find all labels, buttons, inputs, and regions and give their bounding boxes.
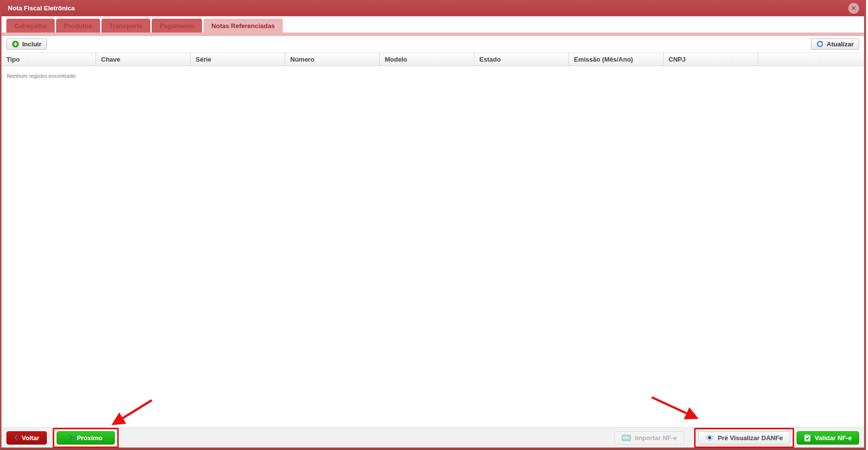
tab-bar: Cabeçalho Produtos Transporte Pagamento …: [1, 16, 864, 33]
tab-transporte[interactable]: Transporte: [101, 19, 150, 33]
tab-produtos[interactable]: Produtos: [56, 19, 100, 33]
proximo-label: Próximo: [77, 434, 102, 442]
refresh-icon: [816, 40, 824, 48]
incluir-button[interactable]: Incluir: [6, 38, 47, 50]
column-header-modelo[interactable]: Modelo: [380, 53, 474, 66]
voltar-button[interactable]: Voltar: [6, 431, 47, 445]
pre-visualizar-danfe-button[interactable]: Pré Visualizar DANFe: [698, 431, 790, 445]
voltar-label: Voltar: [22, 434, 39, 442]
clipboard-check-icon: [804, 434, 811, 442]
modal-title: Nota Fiscal Eletrônica: [8, 4, 75, 12]
footer-bar: Voltar Próximo XML Importar NF-e Pré Vis…: [1, 427, 864, 448]
eye-icon: [705, 435, 714, 441]
pre-visualizar-label: Pré Visualizar DANFe: [718, 434, 783, 442]
column-header-estado[interactable]: Estado: [474, 53, 569, 66]
column-header-tipo[interactable]: Tipo: [1, 53, 96, 66]
importar-label: Importar NF-e: [635, 434, 677, 442]
grid-body: Nenhum registro encontrado: [1, 66, 864, 427]
incluir-label: Incluir: [22, 40, 41, 48]
column-header-filler: [758, 53, 864, 66]
active-tab-strip: [1, 33, 864, 36]
close-icon[interactable]: ✕: [848, 3, 859, 14]
annotation-highlight-proximo: Próximo: [53, 428, 119, 448]
tab-pagamento[interactable]: Pagamento: [152, 19, 202, 33]
chevron-right-icon: [69, 435, 73, 441]
chevron-left-icon: [14, 435, 18, 441]
validar-nfe-button[interactable]: Validar NF-e: [797, 431, 859, 445]
grid-toolbar: Incluir Atualizar: [1, 36, 864, 52]
modal-titlebar: Nota Fiscal Eletrônica ✕: [1, 0, 864, 16]
column-header-serie[interactable]: Série: [191, 53, 285, 66]
column-header-numero[interactable]: Número: [285, 53, 380, 66]
atualizar-label: Atualizar: [827, 40, 854, 48]
empty-message: Nenhum registro encontrado: [1, 66, 864, 79]
grid-header-row: Tipo Chave Série Número Modelo Estado Em…: [1, 52, 864, 66]
column-header-chave[interactable]: Chave: [96, 53, 191, 66]
validar-label: Validar NF-e: [815, 434, 852, 442]
annotation-highlight-pre-visualizar: Pré Visualizar DANFe: [694, 428, 794, 448]
nfe-modal: Nota Fiscal Eletrônica ✕ Cabeçalho Produ…: [0, 0, 866, 450]
plus-circle-icon: [12, 40, 19, 48]
tab-cabecalho[interactable]: Cabeçalho: [6, 19, 55, 33]
proximo-button[interactable]: Próximo: [57, 431, 115, 445]
column-header-cnpj[interactable]: CNPJ: [664, 53, 758, 66]
tab-notas-referenciadas[interactable]: Notas Referenciadas: [203, 19, 283, 33]
column-header-emissao[interactable]: Emissão (Mês/Ano): [569, 53, 664, 66]
importar-nfe-button[interactable]: XML Importar NF-e: [614, 431, 684, 445]
xml-file-icon: XML: [622, 435, 631, 441]
atualizar-button[interactable]: Atualizar: [811, 38, 859, 50]
